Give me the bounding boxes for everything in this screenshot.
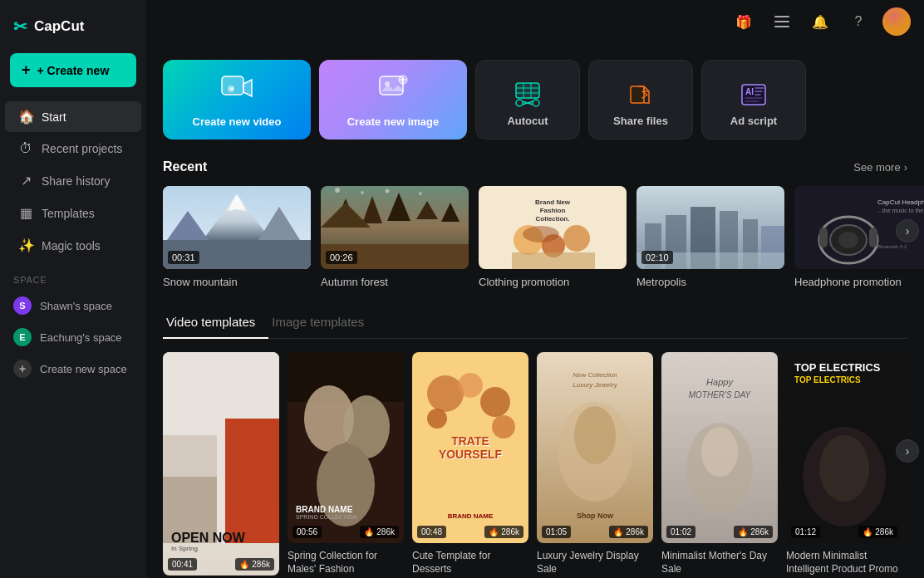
svg-point-35 bbox=[335, 188, 340, 193]
create-new-button[interactable]: + + Create new bbox=[10, 53, 136, 87]
t2-likes: 🔥 286k bbox=[360, 526, 399, 538]
chevron-right-icon: › bbox=[904, 161, 907, 174]
space-item-new[interactable]: + Create new space bbox=[0, 353, 146, 385]
template-womens-outfits[interactable]: OPEN NOW In Spring 00:41 🔥 286k Collecti… bbox=[163, 352, 279, 576]
autocut-icon-box bbox=[513, 80, 543, 110]
sidebar-item-magic[interactable]: ✨ Magic tools bbox=[5, 230, 141, 261]
t6-likes: 🔥 286k bbox=[858, 526, 897, 538]
forest-thumb: 00:26 bbox=[321, 186, 469, 269]
t5-likes: 🔥 286k bbox=[734, 526, 773, 538]
recent-grid: 00:31 Snow mountain bbox=[163, 186, 907, 288]
svg-text:MOTHER'S DAY: MOTHER'S DAY bbox=[689, 390, 752, 399]
t1-likes: 🔥 286k bbox=[235, 558, 274, 571]
sidebar-item-recent-label: Recent projects bbox=[42, 142, 122, 155]
clothing-thumb: Brand New Fashion Collection. bbox=[479, 186, 627, 269]
metropolis-name: Metropolis bbox=[636, 276, 784, 288]
gift-icon[interactable]: 🎁 bbox=[730, 7, 758, 36]
svg-point-78 bbox=[458, 373, 483, 398]
template-males-fashion[interactable]: BRAND NAME SPRING COLLECTION 00:56 🔥 286… bbox=[288, 352, 404, 576]
space-item-eachung[interactable]: E Eachung's space bbox=[0, 321, 146, 353]
recent-section: Recent See more › bbox=[163, 159, 907, 288]
template-jewelry[interactable]: New Collection Luxury Jewelry Shop Now 0… bbox=[537, 352, 653, 576]
project-forest[interactable]: 00:26 Autumn forest bbox=[321, 186, 469, 288]
svg-point-45 bbox=[563, 225, 590, 252]
create-btn-label: + Create new bbox=[37, 64, 110, 77]
fire-icon-t4: 🔥 bbox=[613, 527, 623, 536]
create-plus-icon: + bbox=[22, 61, 31, 79]
create-image-card[interactable]: Create new image bbox=[319, 60, 467, 140]
template-grid: OPEN NOW In Spring 00:41 🔥 286k Collecti… bbox=[163, 352, 907, 576]
fire-icon: 🔥 bbox=[239, 560, 249, 569]
new-space-avatar: + bbox=[13, 360, 32, 378]
menu-icon[interactable] bbox=[768, 7, 796, 36]
svg-rect-47 bbox=[512, 252, 595, 269]
create-video-label: Create new video bbox=[193, 115, 282, 128]
share-nav-icon: ↗ bbox=[18, 173, 33, 189]
snow-time: 00:31 bbox=[168, 251, 199, 264]
share-files-card[interactable]: Share files bbox=[588, 60, 693, 140]
autocut-card[interactable]: Autocut bbox=[475, 60, 580, 140]
sidebar-item-start[interactable]: 🏠 Start bbox=[5, 101, 141, 132]
template-desserts[interactable]: TRATE YOURSELF BRAND NAME 00:48 🔥 286k C… bbox=[412, 352, 528, 576]
template-minimalist-promo[interactable]: TOP ELECTRICS TOP ELECTRICS 01:12 🔥 286k… bbox=[786, 352, 902, 576]
shawn-space-label: Shawn's space bbox=[40, 300, 112, 312]
svg-point-63 bbox=[838, 232, 858, 248]
templates-icon: ▦ bbox=[18, 205, 33, 221]
topbar: 🎁 🔔 ? bbox=[146, 0, 924, 43]
svg-text:AI: AI bbox=[745, 87, 754, 96]
template-mothers-day[interactable]: Happy MOTHER'S DAY 01:02 🔥 286k Minimali… bbox=[661, 352, 778, 576]
svg-point-36 bbox=[361, 191, 364, 194]
svg-text:New Collection: New Collection bbox=[573, 371, 617, 379]
t1-duration: 00:41 bbox=[168, 558, 197, 571]
eachung-space-label: Eachung's space bbox=[40, 331, 122, 344]
notification-icon[interactable]: 🔔 bbox=[806, 7, 834, 36]
svg-point-76 bbox=[427, 375, 464, 412]
sidebar-item-templates[interactable]: ▦ Templates bbox=[5, 198, 141, 228]
t3-duration: 00:48 bbox=[417, 526, 446, 538]
t2-name: Spring Collection for Males' Fashion bbox=[288, 550, 404, 576]
tab-image-templates[interactable]: Image templates bbox=[268, 308, 377, 339]
ad-script-label: Ad script bbox=[730, 115, 777, 127]
svg-rect-60 bbox=[819, 228, 828, 247]
t4-likes: 🔥 286k bbox=[609, 526, 648, 538]
svg-point-3 bbox=[882, 7, 911, 36]
svg-rect-2 bbox=[774, 26, 789, 27]
template-t4-thumb: New Collection Luxury Jewelry Shop Now 0… bbox=[537, 352, 653, 543]
home-icon: 🏠 bbox=[18, 109, 33, 125]
svg-text:Bluetooth 5.2: Bluetooth 5.2 bbox=[877, 244, 907, 249]
project-clothing[interactable]: Brand New Fashion Collection. Clothing p… bbox=[479, 186, 627, 288]
t3-name: Cute Template for Desserts bbox=[412, 550, 528, 576]
project-metropolis[interactable]: 02:10 Metropolis bbox=[636, 186, 784, 288]
forest-name: Autumn forest bbox=[321, 276, 469, 288]
svg-rect-18 bbox=[631, 86, 644, 103]
svg-rect-68 bbox=[225, 419, 279, 502]
template-t1-thumb: OPEN NOW In Spring 00:41 🔥 286k bbox=[163, 352, 279, 576]
headphone-name: Headphone promotion bbox=[794, 276, 924, 288]
recent-icon: ⏱ bbox=[18, 141, 33, 156]
template-tabs: Video templates Image templates bbox=[163, 308, 907, 339]
snow-thumb: 00:31 bbox=[163, 186, 311, 269]
metropolis-time: 02:10 bbox=[641, 251, 673, 264]
svg-point-94 bbox=[819, 435, 869, 502]
help-icon[interactable]: ? bbox=[844, 7, 872, 36]
project-snow[interactable]: 00:31 Snow mountain bbox=[163, 186, 311, 288]
clothing-name: Clothing promotion bbox=[479, 276, 627, 288]
fire-icon-t3: 🔥 bbox=[489, 527, 499, 536]
svg-point-46 bbox=[523, 226, 559, 242]
magic-icon: ✨ bbox=[18, 238, 33, 253]
see-more-button[interactable]: See more › bbox=[853, 161, 907, 174]
templates-section: Video templates Image templates OPEN NOW bbox=[163, 308, 907, 576]
sidebar-item-share[interactable]: ↗ Share history bbox=[5, 165, 141, 196]
recent-title: Recent bbox=[163, 159, 207, 174]
recent-scroll-right[interactable]: › bbox=[896, 219, 919, 242]
create-video-card[interactable]: Create new video bbox=[163, 60, 311, 140]
ad-script-card[interactable]: AI Ad script bbox=[701, 60, 806, 140]
sidebar-item-recent[interactable]: ⏱ Recent projects bbox=[5, 134, 141, 164]
templates-scroll-right[interactable]: › bbox=[896, 439, 919, 463]
new-space-label: Create new space bbox=[40, 363, 127, 375]
tab-video-templates[interactable]: Video templates bbox=[163, 308, 268, 339]
space-item-shawn[interactable]: S Shawn's space bbox=[0, 290, 146, 321]
template-t2-thumb: BRAND NAME SPRING COLLECTION 00:56 🔥 286… bbox=[288, 352, 404, 543]
user-avatar[interactable] bbox=[882, 7, 911, 36]
fire-icon-t5: 🔥 bbox=[738, 527, 748, 536]
